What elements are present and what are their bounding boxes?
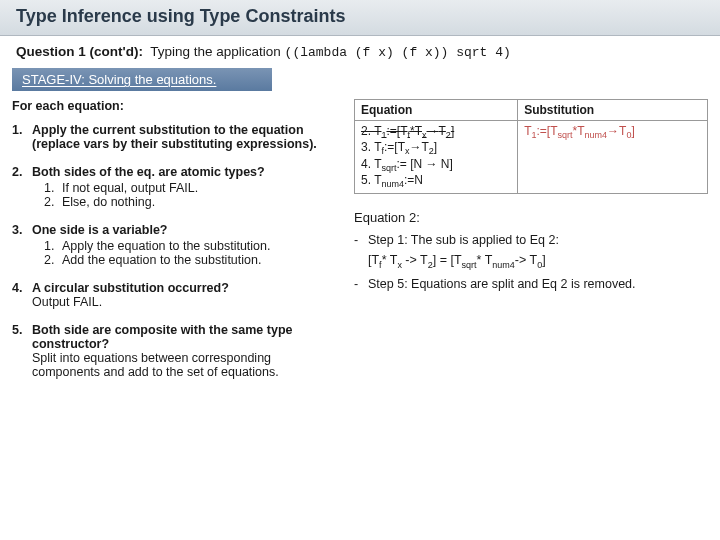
- step-2: 2. Both sides of the eq. are atomic type…: [12, 165, 342, 209]
- equation-2-heading: Equation 2:: [354, 210, 708, 225]
- step-3: 3. One side is a variable? 1.Apply the e…: [12, 223, 342, 267]
- page-title: Type Inference using Type Constraints: [16, 6, 704, 27]
- equation-cell: 2. T1:=[Tf*Tx→T2] 3. Tf:=[Tx→T2] 4. Tsqr…: [355, 121, 518, 194]
- question-text: Typing the application: [150, 44, 281, 59]
- eq2-expression: [Tf* Tx -> T2] = [Tsqrt* Tnum4-> T0]: [368, 253, 708, 270]
- for-each-label: For each equation:: [12, 99, 342, 113]
- eq-3: 3. Tf:=[Tx→T2]: [361, 140, 511, 156]
- step-1: 1. Apply the current substitution to the…: [12, 123, 342, 151]
- col-substitution: Substitution: [518, 100, 708, 121]
- equation-table: Equation Substitution 2. T1:=[Tf*Tx→T2] …: [354, 99, 708, 194]
- worked-panel: Equation Substitution 2. T1:=[Tf*Tx→T2] …: [354, 99, 708, 393]
- eq2-step5: - Step 5: Equations are split and Eq 2 i…: [354, 277, 708, 291]
- question-label: Question 1 (cont'd):: [16, 44, 143, 59]
- stage-bar: STAGE-IV: Solving the equations.: [12, 68, 272, 91]
- eq-5: 5. Tnum4:=N: [361, 173, 511, 189]
- eq-2-struck: 2. T1:=[Tf*Tx→T2]: [361, 124, 511, 140]
- eq-4: 4. Tsqrt:= [N → N]: [361, 157, 511, 173]
- col-equation: Equation: [355, 100, 518, 121]
- algorithm-panel: For each equation: 1. Apply the current …: [12, 99, 342, 393]
- step-4: 4. A circular substitution occurred? Out…: [12, 281, 342, 309]
- question-code: ((lambda (f x) (f x)) sqrt 4): [285, 45, 511, 60]
- question-row: Question 1 (cont'd): Typing the applicat…: [0, 36, 720, 64]
- title-bar: Type Inference using Type Constraints: [0, 0, 720, 36]
- eq2-step1: - Step 1: The sub is applied to Eq 2:: [354, 233, 708, 247]
- substitution-cell: T1:=[Tsqrt*Tnum4→T0]: [518, 121, 708, 194]
- step-5: 5. Both side are composite with the same…: [12, 323, 342, 379]
